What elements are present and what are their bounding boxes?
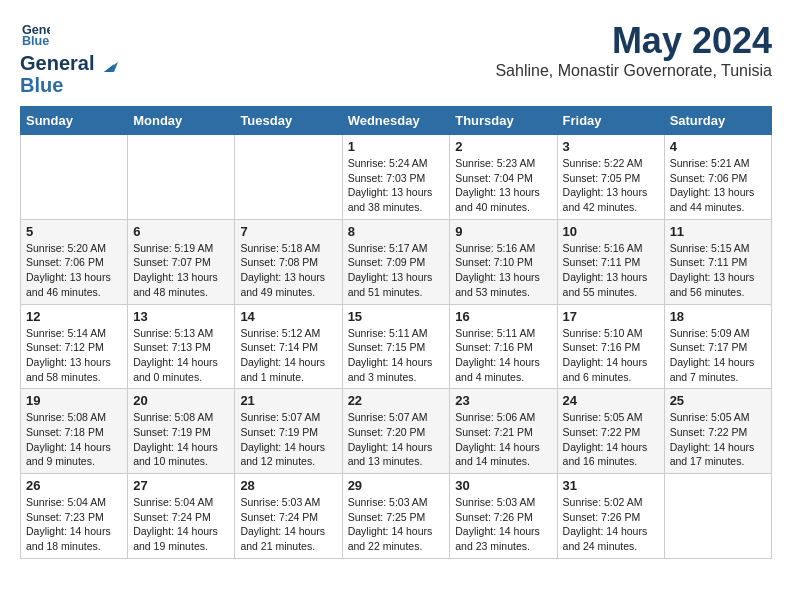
cell-info: Sunrise: 5:03 AMSunset: 7:26 PMDaylight:…: [455, 495, 551, 554]
calendar-day-cell: 25Sunrise: 5:05 AMSunset: 7:22 PMDayligh…: [664, 389, 771, 474]
calendar-week-row: 19Sunrise: 5:08 AMSunset: 7:18 PMDayligh…: [21, 389, 772, 474]
calendar-day-cell: 29Sunrise: 5:03 AMSunset: 7:25 PMDayligh…: [342, 474, 450, 559]
weekday-header-wednesday: Wednesday: [342, 107, 450, 135]
day-number: 5: [26, 224, 122, 239]
svg-text:Blue: Blue: [22, 34, 49, 48]
day-number: 3: [563, 139, 659, 154]
weekday-header-friday: Friday: [557, 107, 664, 135]
month-title: May 2024: [495, 20, 772, 62]
cell-info: Sunrise: 5:05 AMSunset: 7:22 PMDaylight:…: [670, 410, 766, 469]
calendar-day-cell: 7Sunrise: 5:18 AMSunset: 7:08 PMDaylight…: [235, 219, 342, 304]
calendar-day-cell: 3Sunrise: 5:22 AMSunset: 7:05 PMDaylight…: [557, 135, 664, 220]
cell-info: Sunrise: 5:11 AMSunset: 7:16 PMDaylight:…: [455, 326, 551, 385]
cell-info: Sunrise: 5:21 AMSunset: 7:06 PMDaylight:…: [670, 156, 766, 215]
cell-info: Sunrise: 5:17 AMSunset: 7:09 PMDaylight:…: [348, 241, 445, 300]
calendar-day-cell: 26Sunrise: 5:04 AMSunset: 7:23 PMDayligh…: [21, 474, 128, 559]
calendar-day-cell: 17Sunrise: 5:10 AMSunset: 7:16 PMDayligh…: [557, 304, 664, 389]
day-number: 15: [348, 309, 445, 324]
cell-info: Sunrise: 5:11 AMSunset: 7:15 PMDaylight:…: [348, 326, 445, 385]
page-header: General Blue General Blue May 2024 Sahli…: [20, 20, 772, 96]
cell-info: Sunrise: 5:23 AMSunset: 7:04 PMDaylight:…: [455, 156, 551, 215]
cell-info: Sunrise: 5:16 AMSunset: 7:11 PMDaylight:…: [563, 241, 659, 300]
weekday-header-saturday: Saturday: [664, 107, 771, 135]
day-number: 10: [563, 224, 659, 239]
calendar-day-cell: 19Sunrise: 5:08 AMSunset: 7:18 PMDayligh…: [21, 389, 128, 474]
calendar-day-cell: 21Sunrise: 5:07 AMSunset: 7:19 PMDayligh…: [235, 389, 342, 474]
calendar-week-row: 5Sunrise: 5:20 AMSunset: 7:06 PMDaylight…: [21, 219, 772, 304]
day-number: 28: [240, 478, 336, 493]
cell-info: Sunrise: 5:18 AMSunset: 7:08 PMDaylight:…: [240, 241, 336, 300]
cell-info: Sunrise: 5:05 AMSunset: 7:22 PMDaylight:…: [563, 410, 659, 469]
calendar-day-cell: 2Sunrise: 5:23 AMSunset: 7:04 PMDaylight…: [450, 135, 557, 220]
calendar-day-cell: 14Sunrise: 5:12 AMSunset: 7:14 PMDayligh…: [235, 304, 342, 389]
calendar-day-cell: 31Sunrise: 5:02 AMSunset: 7:26 PMDayligh…: [557, 474, 664, 559]
logo: General Blue General Blue: [20, 20, 118, 96]
calendar-day-cell: 10Sunrise: 5:16 AMSunset: 7:11 PMDayligh…: [557, 219, 664, 304]
calendar-day-cell: [21, 135, 128, 220]
cell-info: Sunrise: 5:08 AMSunset: 7:18 PMDaylight:…: [26, 410, 122, 469]
cell-info: Sunrise: 5:14 AMSunset: 7:12 PMDaylight:…: [26, 326, 122, 385]
day-number: 23: [455, 393, 551, 408]
cell-info: Sunrise: 5:03 AMSunset: 7:25 PMDaylight:…: [348, 495, 445, 554]
day-number: 30: [455, 478, 551, 493]
day-number: 17: [563, 309, 659, 324]
cell-info: Sunrise: 5:07 AMSunset: 7:20 PMDaylight:…: [348, 410, 445, 469]
cell-info: Sunrise: 5:10 AMSunset: 7:16 PMDaylight:…: [563, 326, 659, 385]
weekday-header-sunday: Sunday: [21, 107, 128, 135]
calendar-day-cell: 8Sunrise: 5:17 AMSunset: 7:09 PMDaylight…: [342, 219, 450, 304]
calendar-day-cell: [128, 135, 235, 220]
day-number: 2: [455, 139, 551, 154]
cell-info: Sunrise: 5:24 AMSunset: 7:03 PMDaylight:…: [348, 156, 445, 215]
cell-info: Sunrise: 5:08 AMSunset: 7:19 PMDaylight:…: [133, 410, 229, 469]
day-number: 27: [133, 478, 229, 493]
cell-info: Sunrise: 5:19 AMSunset: 7:07 PMDaylight:…: [133, 241, 229, 300]
day-number: 26: [26, 478, 122, 493]
calendar-day-cell: 20Sunrise: 5:08 AMSunset: 7:19 PMDayligh…: [128, 389, 235, 474]
cell-info: Sunrise: 5:12 AMSunset: 7:14 PMDaylight:…: [240, 326, 336, 385]
day-number: 14: [240, 309, 336, 324]
day-number: 13: [133, 309, 229, 324]
calendar-day-cell: 27Sunrise: 5:04 AMSunset: 7:24 PMDayligh…: [128, 474, 235, 559]
day-number: 9: [455, 224, 551, 239]
calendar-day-cell: 9Sunrise: 5:16 AMSunset: 7:10 PMDaylight…: [450, 219, 557, 304]
day-number: 20: [133, 393, 229, 408]
logo-line1: General: [20, 52, 94, 74]
day-number: 11: [670, 224, 766, 239]
calendar-day-cell: 1Sunrise: 5:24 AMSunset: 7:03 PMDaylight…: [342, 135, 450, 220]
cell-info: Sunrise: 5:06 AMSunset: 7:21 PMDaylight:…: [455, 410, 551, 469]
day-number: 31: [563, 478, 659, 493]
location-subtitle: Sahline, Monastir Governorate, Tunisia: [495, 62, 772, 80]
cell-info: Sunrise: 5:07 AMSunset: 7:19 PMDaylight:…: [240, 410, 336, 469]
logo-bird-icon: [96, 58, 118, 80]
day-number: 21: [240, 393, 336, 408]
day-number: 29: [348, 478, 445, 493]
calendar-week-row: 1Sunrise: 5:24 AMSunset: 7:03 PMDaylight…: [21, 135, 772, 220]
cell-info: Sunrise: 5:20 AMSunset: 7:06 PMDaylight:…: [26, 241, 122, 300]
day-number: 24: [563, 393, 659, 408]
calendar-day-cell: 6Sunrise: 5:19 AMSunset: 7:07 PMDaylight…: [128, 219, 235, 304]
cell-info: Sunrise: 5:03 AMSunset: 7:24 PMDaylight:…: [240, 495, 336, 554]
weekday-header-monday: Monday: [128, 107, 235, 135]
calendar-table: SundayMondayTuesdayWednesdayThursdayFrid…: [20, 106, 772, 559]
title-block: May 2024 Sahline, Monastir Governorate, …: [495, 20, 772, 80]
calendar-day-cell: 16Sunrise: 5:11 AMSunset: 7:16 PMDayligh…: [450, 304, 557, 389]
cell-info: Sunrise: 5:02 AMSunset: 7:26 PMDaylight:…: [563, 495, 659, 554]
calendar-day-cell: 18Sunrise: 5:09 AMSunset: 7:17 PMDayligh…: [664, 304, 771, 389]
calendar-day-cell: 15Sunrise: 5:11 AMSunset: 7:15 PMDayligh…: [342, 304, 450, 389]
day-number: 16: [455, 309, 551, 324]
calendar-day-cell: 22Sunrise: 5:07 AMSunset: 7:20 PMDayligh…: [342, 389, 450, 474]
day-number: 22: [348, 393, 445, 408]
day-number: 8: [348, 224, 445, 239]
calendar-day-cell: 23Sunrise: 5:06 AMSunset: 7:21 PMDayligh…: [450, 389, 557, 474]
calendar-day-cell: 12Sunrise: 5:14 AMSunset: 7:12 PMDayligh…: [21, 304, 128, 389]
day-number: 7: [240, 224, 336, 239]
cell-info: Sunrise: 5:16 AMSunset: 7:10 PMDaylight:…: [455, 241, 551, 300]
calendar-day-cell: 4Sunrise: 5:21 AMSunset: 7:06 PMDaylight…: [664, 135, 771, 220]
cell-info: Sunrise: 5:04 AMSunset: 7:23 PMDaylight:…: [26, 495, 122, 554]
weekday-header-thursday: Thursday: [450, 107, 557, 135]
cell-info: Sunrise: 5:22 AMSunset: 7:05 PMDaylight:…: [563, 156, 659, 215]
day-number: 19: [26, 393, 122, 408]
day-number: 4: [670, 139, 766, 154]
day-number: 25: [670, 393, 766, 408]
day-number: 12: [26, 309, 122, 324]
